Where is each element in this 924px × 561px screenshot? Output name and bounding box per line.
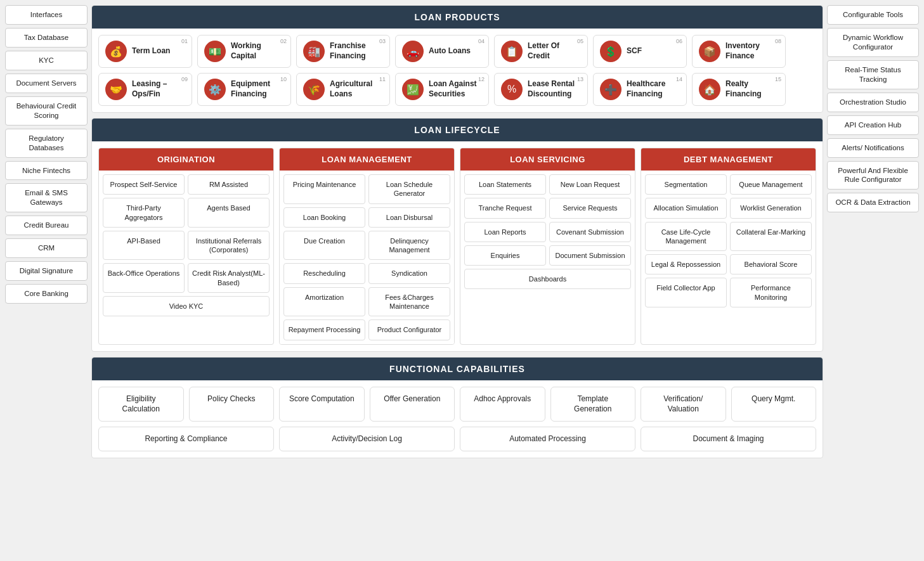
loan-product-card-04[interactable]: 04 🚗 Auto Loans <box>395 35 489 68</box>
lifecycle-cell[interactable]: Pricing Maintenance <box>283 174 365 204</box>
right-sidebar-item-api-creation-hub[interactable]: API Creation Hub <box>827 115 919 135</box>
card-label: Lease Rental Discounting <box>528 79 581 99</box>
card-number: 11 <box>379 76 386 82</box>
func-card-policy-checks[interactable]: Policy Checks <box>189 387 275 422</box>
loan-product-card-15[interactable]: 15 🏠 Realty Financing <box>692 73 786 106</box>
lifecycle-cell[interactable]: Loan Schedule Generator <box>368 174 450 204</box>
lifecycle-cell[interactable]: Enquiries <box>464 245 546 266</box>
loan-product-card-06[interactable]: 06 💲 SCF <box>593 35 687 68</box>
lifecycle-cell[interactable]: Service Requests <box>549 198 631 218</box>
lifecycle-cell[interactable]: Performance Monitoring <box>730 278 812 307</box>
lifecycle-cell[interactable]: Delinquency Management <box>368 231 450 261</box>
lifecycle-cell[interactable]: Loan Reports <box>464 222 546 242</box>
lifecycle-cell[interactable]: Queue Management <box>730 174 812 195</box>
lifecycle-cell[interactable]: Document Submission <box>549 245 631 266</box>
func-card-query-mgmt-[interactable]: Query Mgmt. <box>731 387 817 422</box>
sidebar-item-niche-fintechs[interactable]: Niche Fintechs <box>5 161 88 181</box>
right-sidebar-item-powerful-rule-configurator[interactable]: Powerful And Flexible Rule Configurator <box>827 161 919 190</box>
lifecycle-cell[interactable]: Collateral Ear-Marking <box>730 222 812 252</box>
lifecycle-cell[interactable]: Loan Disbursal <box>368 207 450 228</box>
right-sidebar-item-alerts-notifications[interactable]: Alerts/ Notifications <box>827 138 919 158</box>
lifecycle-cell[interactable]: Institutional Referrals (Corporates) <box>188 231 270 261</box>
lifecycle-cell[interactable]: Loan Statements <box>464 174 546 195</box>
lifecycle-cell[interactable]: Fees &Charges Maintenance <box>368 287 450 317</box>
sidebar-item-core-banking[interactable]: Core Banking <box>5 284 88 304</box>
lifecycle-cell[interactable]: RM Assisted <box>188 174 270 195</box>
loan-product-card-08[interactable]: 08 📦 Inventory Finance <box>692 35 786 68</box>
func-card-reporting---compliance[interactable]: Reporting & Compliance <box>98 427 274 451</box>
lifecycle-cell[interactable]: Loan Booking <box>283 207 365 228</box>
loan-product-card-02[interactable]: 02 💵 Working Capital <box>197 35 291 68</box>
sidebar-item-regulatory-databases[interactable]: Regulatory Databases <box>5 129 88 158</box>
lifecycle-cell[interactable]: Product Configurator <box>368 319 450 340</box>
sidebar-item-digital-signature[interactable]: Digital Signature <box>5 261 88 281</box>
lifecycle-cell[interactable]: Dashboards <box>464 269 631 289</box>
loan-product-card-09[interactable]: 09 🤝 Leasing – Ops/Fin <box>98 73 192 106</box>
lifecycle-cell[interactable]: Third-Party Aggregators <box>103 198 185 228</box>
loan-product-card-05[interactable]: 05 📋 Letter Of Credit <box>494 35 588 68</box>
right-sidebar-item-configurable-tools[interactable]: Configurable Tools <box>827 5 919 25</box>
lifecycle-cell[interactable]: Worklist Generation <box>730 198 812 218</box>
sidebar-item-credit-bureau[interactable]: Credit Bureau <box>5 216 88 235</box>
func-card-activity-decision-log[interactable]: Activity/Decision Log <box>279 427 455 451</box>
lifecycle-cell[interactable]: Legal & Repossession <box>645 254 727 274</box>
loan-product-card-03[interactable]: 03 🏭 Franchise Financing <box>296 35 390 68</box>
card-number: 08 <box>775 38 781 44</box>
card-icon: ➕ <box>600 79 621 100</box>
lifecycle-cell[interactable]: Segmentation <box>645 174 727 195</box>
lifecycle-cell[interactable]: Case Life-Cycle Management <box>645 222 727 252</box>
card-label: SCF <box>627 46 642 56</box>
func-card-document---imaging[interactable]: Document & Imaging <box>641 427 816 451</box>
lifecycle-row: Prospect Self-ServiceRM Assisted <box>103 174 270 195</box>
card-number: 14 <box>676 76 682 82</box>
lifecycle-cell[interactable]: Amortization <box>283 287 365 317</box>
sidebar-item-behavioural-credit-scoring[interactable]: Behavioural Credit Scoring <box>5 96 88 126</box>
sidebar-item-document-servers[interactable]: Document Servers <box>5 74 88 93</box>
sidebar-item-tax-database[interactable]: Tax Database <box>5 28 88 48</box>
lifecycle-cell[interactable]: Credit Risk Analyst(ML-Based) <box>188 263 270 293</box>
func-card-eligibility-calculation[interactable]: Eligibility Calculation <box>98 387 184 422</box>
func-card-score-computation[interactable]: Score Computation <box>279 387 365 422</box>
lifecycle-cell[interactable]: API-Based <box>103 231 185 261</box>
lifecycle-cell[interactable]: Rescheduling <box>283 263 365 283</box>
lifecycle-cell[interactable]: New Loan Request <box>549 174 631 195</box>
sidebar-item-crm[interactable]: CRM <box>5 238 88 258</box>
right-sidebar-item-orchestration-studio[interactable]: Orchestration Studio <box>827 93 919 112</box>
func-card-verification--valuation[interactable]: Verification/ Valuation <box>641 387 726 422</box>
loan-product-card-14[interactable]: 14 ➕ Healthcare Financing <box>593 73 687 106</box>
lifecycle-cell[interactable]: Video KYC <box>103 296 270 316</box>
func-card-automated-processing[interactable]: Automated Processing <box>460 427 635 451</box>
lifecycle-cell[interactable]: Due Creation <box>283 231 365 261</box>
left-sidebar: InterfacesTax DatabaseKYCDocument Server… <box>5 5 88 556</box>
loan-product-card-11[interactable]: 11 🌾 Agricultural Loans <box>296 73 390 106</box>
card-label: Leasing – Ops/Fin <box>132 79 185 99</box>
loan-product-card-13[interactable]: 13 % Lease Rental Discounting <box>494 73 588 106</box>
lifecycle-cell[interactable]: Behavioral Score <box>730 254 812 274</box>
lifecycle-cell[interactable]: Tranche Request <box>464 198 546 218</box>
lifecycle-cell[interactable]: Field Collector App <box>645 278 727 307</box>
right-sidebar-item-dynamic-workflow-configurator[interactable]: Dynamic Workflow Configurator <box>827 28 919 57</box>
sidebar-item-kyc[interactable]: KYC <box>5 51 88 70</box>
lifecycle-cell[interactable]: Prospect Self-Service <box>103 174 185 195</box>
loan-product-card-10[interactable]: 10 ⚙️ Equipment Financing <box>197 73 291 106</box>
loan-product-card-12[interactable]: 12 💹 Loan Against Securities <box>395 73 489 106</box>
lifecycle-row: EnquiriesDocument Submission <box>464 245 631 266</box>
func-card-adhoc-approvals[interactable]: Adhoc Approvals <box>460 387 545 422</box>
lifecycle-cell[interactable]: Repayment Processing <box>283 319 365 340</box>
card-icon: ⚙️ <box>204 79 226 100</box>
func-card-offer-generation[interactable]: Offer Generation <box>370 387 455 422</box>
lifecycle-cell[interactable]: Allocation Simulation <box>645 198 727 218</box>
card-number: 05 <box>577 38 583 44</box>
sidebar-item-email-sms-gateways[interactable]: Email & SMS Gateways <box>5 183 88 212</box>
sidebar-item-interfaces[interactable]: Interfaces <box>5 5 88 25</box>
func-card-template-generation[interactable]: Template Generation <box>550 387 636 422</box>
right-sidebar-item-real-time-status-tracking[interactable]: Real-Time Status Tracking <box>827 60 919 89</box>
lifecycle-cell[interactable]: Syndication <box>368 263 450 283</box>
lifecycle-cell[interactable]: Back-Office Operations <box>103 263 185 293</box>
loan-product-card-01[interactable]: 01 💰 Term Loan <box>98 35 192 68</box>
lifecycle-cell[interactable]: Covenant Submission <box>549 222 631 242</box>
right-sidebar-item-ocr-data-extraction[interactable]: OCR & Data Extraction <box>827 193 919 212</box>
lifecycle-row: Loan StatementsNew Loan Request <box>464 174 631 195</box>
card-number: 15 <box>775 76 781 82</box>
lifecycle-cell[interactable]: Agents Based <box>188 198 270 228</box>
